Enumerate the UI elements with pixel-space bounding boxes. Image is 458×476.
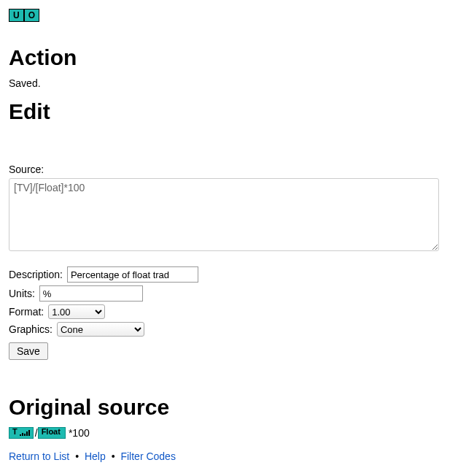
badge-u[interactable]: U <box>9 9 24 22</box>
original-suffix: *100 <box>69 427 90 439</box>
format-select[interactable]: 1.00 <box>48 304 105 319</box>
bars-icon <box>20 430 30 436</box>
action-heading: Action <box>9 45 449 70</box>
separator: • <box>75 450 79 462</box>
badge-o[interactable]: O <box>24 9 39 22</box>
source-textarea[interactable]: [TV]/[Float]*100 <box>9 178 439 251</box>
format-label: Format: <box>9 306 44 318</box>
edit-heading: Edit <box>9 99 449 124</box>
token-float-label: Float <box>42 428 61 436</box>
original-source-tokens: T / Float *100 <box>9 427 449 439</box>
filter-link[interactable]: Filter Codes <box>120 450 175 462</box>
graphics-select[interactable]: Cone <box>57 322 144 337</box>
footer-links: Return to List • Help • Filter Codes <box>9 450 449 462</box>
status-text: Saved. <box>9 77 449 89</box>
description-label: Description: <box>9 269 63 280</box>
original-heading: Original source <box>9 395 449 420</box>
return-link[interactable]: Return to List <box>9 450 69 462</box>
separator: • <box>112 450 115 462</box>
token-tv-label: T <box>12 428 18 436</box>
source-field-block: Source: [TV]/[Float]*100 <box>9 164 449 253</box>
help-link[interactable]: Help <box>85 450 106 462</box>
header-badges: U O <box>9 9 39 22</box>
source-label: Source: <box>9 164 449 175</box>
save-button[interactable]: Save <box>9 342 48 360</box>
description-input[interactable] <box>67 266 198 283</box>
units-label: Units: <box>9 288 35 299</box>
token-tv[interactable]: T <box>9 427 34 439</box>
units-input[interactable] <box>39 285 143 302</box>
token-float[interactable]: Float <box>38 427 66 439</box>
graphics-label: Graphics: <box>9 323 53 335</box>
